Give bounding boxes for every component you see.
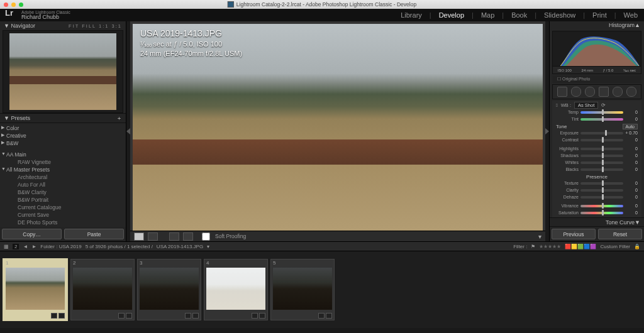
preset-group[interactable]: ▶Color [0,124,126,132]
navigator-header[interactable]: ▼ Navigator FIT FILL 1:1 3:1 [0,21,126,30]
temp-slider[interactable] [580,111,623,114]
preset-item[interactable]: DE Photo Sports [0,219,126,226]
preset-group[interactable]: ▶B&W [0,139,126,147]
filmstrip-header: ▦ 2 ◄ ► Folder : USA 2019 5 of 3926 phot… [0,241,644,251]
filmstrip[interactable]: 1 2 3 4 5 [0,251,644,328]
softproof-checkbox[interactable] [202,232,210,241]
preset-item[interactable]: Current Save [0,211,126,219]
preset-item[interactable]: Current Catalogue [0,204,126,211]
image-overlay-info: USA 2019-1413.JPG ¹⁄₁₀₀ sec at ƒ / 5.0, … [140,28,242,58]
minimize-icon[interactable] [11,3,16,7]
toolbar-chevron-icon[interactable]: ▾ [538,233,541,240]
preset-item[interactable]: B&W Portrait [0,196,126,204]
grid-icon[interactable]: ▦ [4,244,9,249]
spot-tool-icon[interactable] [571,87,581,97]
close-icon[interactable] [4,3,8,7]
zoom-icon[interactable] [19,3,23,7]
original-photo-toggle[interactable]: ☐ Original Photo [552,75,641,83]
paste-button[interactable]: Paste [64,229,124,239]
filmstrip-cell[interactable]: 4 [204,259,268,320]
module-book[interactable]: Book [511,11,527,19]
loupe-view-icon[interactable] [134,232,144,241]
histogram-info: ISO 10024 mmƒ / 5.0¹⁄₁₀₀ sec [553,66,641,74]
module-map[interactable]: Map [481,11,494,19]
eyedropper-icon[interactable]: 𖤓 [556,102,558,108]
lr-logo-icon: Lr [5,9,13,17]
tonecurve-header[interactable]: Tone Curve ▼ [550,217,644,227]
center-stage: USA 2019-1413.JPG ¹⁄₁₀₀ sec at ƒ / 5.0, … [130,21,545,241]
histogram[interactable]: ISO 10024 mmƒ / 5.0¹⁄₁₀₀ sec [552,31,641,75]
texture-slider[interactable] [580,182,623,185]
presets-header[interactable]: ▼ Presets＋ [0,113,126,123]
preset-group[interactable]: ▼AA Main [0,151,126,158]
center-toolbar: Soft Proofing ▾ [130,231,545,241]
module-slideshow[interactable]: Slideshow [544,11,575,19]
os-titlebar: Lightroom Catalog-2-2.lrcat - Adobe Phot… [0,0,644,9]
before-after-icon[interactable] [148,232,158,241]
filter-lock-icon[interactable]: 🔒 [634,244,640,249]
preset-group[interactable]: ▼All Master Presets [0,166,126,173]
vibrance-slider[interactable] [580,205,623,207]
saturation-slider[interactable] [580,212,623,214]
module-print[interactable]: Print [592,11,607,19]
color-filter[interactable]: 🟥🟨🟩🟦🟪 [565,244,596,249]
navigator-thumb[interactable] [3,30,123,113]
prev-photo-icon[interactable]: ◄ [23,244,28,249]
auto-tone-button[interactable]: Auto [623,124,638,129]
compare-yy-icon[interactable] [169,232,179,241]
wb-select[interactable]: As Shot [574,102,598,109]
blacks-slider[interactable] [580,168,623,171]
copy-button[interactable]: Copy… [2,229,62,239]
module-web[interactable]: Web [624,11,638,19]
left-panel: ▼ Navigator FIT FILL 1:1 3:1 ▼ Presets＋ … [0,21,126,241]
filmstrip-cell[interactable]: 5 [270,259,335,320]
softproof-label: Soft Proofing [215,233,246,239]
redeye-tool-icon[interactable] [585,87,595,97]
crop-tool-icon[interactable] [557,87,567,97]
grad-tool-icon[interactable] [599,87,609,97]
histogram-header[interactable]: Histogram ▲ [550,21,644,30]
radial-tool-icon[interactable] [613,87,623,97]
preset-item[interactable]: B&W Clarity [0,188,126,196]
top-bar: Lr Adobe Lightroom Classic Richard Chubb… [0,9,644,21]
module-develop[interactable]: Develop [439,11,464,19]
source-label[interactable]: Folder : USA 2019 [40,244,81,249]
window-title: Lightroom Catalog-2-2.lrcat - Adobe Phot… [228,1,416,8]
module-library[interactable]: Library [401,11,422,19]
custom-filter[interactable]: Custom Filter [600,244,630,249]
branding: Lr Adobe Lightroom Classic Richard Chubb [6,10,70,20]
module-picker: Library| Develop| Map| Book| Slideshow| … [401,11,638,19]
main-image[interactable]: USA 2019-1413.JPG ¹⁄₁₀₀ sec at ƒ / 5.0, … [133,24,543,231]
compare-xy-icon[interactable] [183,232,193,241]
right-panel: Histogram ▲ ISO 10024 mmƒ / 5.0¹⁄₁₀₀ sec… [549,21,644,241]
preset-item[interactable]: Auto For All [0,181,126,188]
previous-button[interactable]: Previous [552,229,596,239]
filmstrip-cell[interactable]: 1 [3,258,68,321]
preset-item[interactable]: Architectural [0,173,126,181]
dehaze-slider[interactable] [580,196,623,199]
highlights-slider[interactable] [580,148,623,150]
tool-strip [552,84,641,99]
clarity-slider[interactable] [580,189,623,192]
flag-filter-icon[interactable]: ⚑ [531,244,535,249]
preset-item[interactable]: For Arnold House [0,226,126,227]
tint-slider[interactable] [580,118,623,121]
contrast-slider[interactable] [580,139,623,141]
whites-slider[interactable] [580,161,623,164]
preset-item[interactable]: RAW Vignette [0,158,126,166]
app-icon [228,1,234,8]
next-photo-icon[interactable]: ► [31,244,36,249]
filmstrip-cell[interactable]: 2 [70,259,135,320]
filmstrip-cell[interactable]: 3 [137,259,201,320]
brush-tool-icon[interactable] [626,87,636,97]
exposure-slider[interactable] [580,132,623,134]
preset-group[interactable]: ▶Creative [0,132,126,139]
navigator-zoom-opts[interactable]: FIT FILL 1:1 3:1 [69,23,122,29]
shadows-slider[interactable] [580,155,623,157]
reset-button[interactable]: Reset [598,229,642,239]
presets-list: ▶Color ▶Creative ▶B&W ▼AA Main RAW Vigne… [0,123,126,227]
basic-panel: 𖤓 WB : As Shot ⟳ Temp0 Tint0 ToneAuto Ex… [552,101,641,217]
